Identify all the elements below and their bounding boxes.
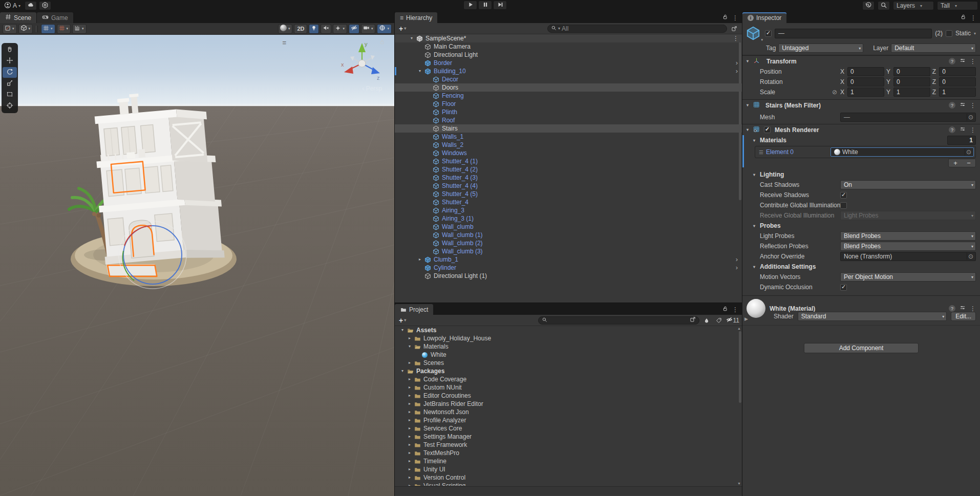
undo-history-button[interactable] bbox=[862, 1, 875, 10]
help-icon[interactable]: ? bbox=[949, 126, 955, 133]
render-sphere-button[interactable]: ▾ bbox=[278, 24, 293, 34]
scale-tool-button[interactable] bbox=[3, 78, 17, 89]
expander-arrow[interactable]: ▸ bbox=[406, 433, 413, 441]
search-by-type-icon[interactable] bbox=[701, 316, 712, 325]
kebab-menu-icon[interactable]: ⋮ bbox=[970, 14, 976, 21]
foldout-arrow-icon[interactable]: ▾ bbox=[744, 127, 751, 132]
project-item-materials[interactable]: ▾Materials bbox=[395, 342, 742, 351]
position-y-field[interactable]: 0 bbox=[893, 67, 930, 76]
project-item-assets[interactable]: ▾Assets bbox=[395, 326, 742, 334]
light-probes-dropdown[interactable]: Blend Probes▾ bbox=[840, 231, 976, 241]
transform-tool-button[interactable] bbox=[3, 101, 17, 112]
mesh-object-field[interactable]: —⊙ bbox=[840, 113, 976, 122]
hierarchy-item-airing-3[interactable]: Airing_3 bbox=[395, 206, 742, 214]
foldout-arrow-icon[interactable]: ▶ bbox=[744, 316, 748, 321]
kebab-menu-icon[interactable]: ⋮ bbox=[970, 305, 976, 312]
active-checkbox[interactable] bbox=[765, 30, 772, 37]
hierarchy-item-floor[interactable]: Floor bbox=[395, 100, 742, 108]
kebab-menu-icon[interactable]: ⋮ bbox=[970, 102, 976, 109]
lock-icon[interactable] bbox=[722, 14, 728, 21]
position-x-field[interactable]: 0 bbox=[847, 67, 884, 76]
tab-project[interactable]: Project bbox=[395, 304, 433, 315]
mesh-renderer-enabled-checkbox[interactable] bbox=[764, 126, 771, 133]
expander-arrow[interactable]: ▸ bbox=[406, 334, 413, 342]
hierarchy-create-button[interactable]: +▾ bbox=[397, 25, 408, 33]
pen-tool-button[interactable]: ▾ bbox=[3, 24, 17, 34]
project-item-unity-ui[interactable]: ▸Unity UI bbox=[395, 465, 742, 473]
rect-tool-button[interactable] bbox=[3, 90, 17, 100]
remove-material-button[interactable]: − bbox=[962, 159, 975, 167]
position-z-field[interactable]: 0 bbox=[939, 67, 976, 76]
rotation-y-field[interactable]: 0 bbox=[893, 77, 930, 87]
bulb-button[interactable] bbox=[309, 24, 319, 34]
add-component-button[interactable]: Add Component bbox=[804, 343, 919, 353]
step-button[interactable] bbox=[493, 1, 507, 10]
hierarchy-item-shutter-4-3[interactable]: Shutter_4 (3) bbox=[395, 174, 742, 182]
project-item-visual-scripting[interactable]: ▸Visual Scripting bbox=[395, 482, 742, 486]
kebab-menu-icon[interactable]: ⋮ bbox=[970, 126, 976, 134]
hierarchy-item-shutter-4-4[interactable]: Shutter_4 (4) bbox=[395, 182, 742, 190]
effects-star-button[interactable]: ▾ bbox=[333, 24, 347, 34]
probes-foldout[interactable]: ▾Probes bbox=[742, 221, 980, 231]
expander-arrow[interactable]: ▸ bbox=[406, 473, 413, 482]
expander-arrow[interactable]: ▸ bbox=[406, 457, 413, 465]
search-by-label-icon[interactable] bbox=[714, 316, 724, 325]
expander-arrow[interactable]: ▾ bbox=[416, 67, 423, 75]
motion-vect ors-dropdown[interactable]: Per Object Motion▾ bbox=[840, 272, 976, 282]
tab-hierarchy[interactable]: ≡ Hierarchy bbox=[395, 12, 437, 23]
project-item-version-control[interactable]: ▸Version Control bbox=[395, 473, 742, 482]
expander-arrow[interactable]: ▸ bbox=[406, 375, 413, 383]
hierarchy-item-samplescene[interactable]: ▾SampleScene*⋮ bbox=[395, 34, 742, 42]
audio-mute-button[interactable] bbox=[321, 24, 331, 34]
project-item-packages[interactable]: ▾Packages bbox=[395, 367, 742, 375]
object-picker-icon[interactable]: ⊙ bbox=[965, 148, 972, 156]
mesh-filter-component-header[interactable]: ▾ Stairs (Mesh Filter) ?⋮ bbox=[742, 99, 980, 111]
popout-icon[interactable] bbox=[729, 24, 739, 33]
project-item-custom-nunit[interactable]: ▸Custom NUnit bbox=[395, 383, 742, 392]
hierarchy-item-plinth[interactable]: Plinth bbox=[395, 108, 742, 116]
receive-shadows-checkbox[interactable] bbox=[840, 192, 847, 199]
hierarchy-item-walls-1[interactable]: Walls_1 bbox=[395, 133, 742, 141]
gizmo-button[interactable]: ▾ bbox=[377, 24, 392, 34]
static-checkbox[interactable] bbox=[946, 30, 952, 37]
hierarchy-item-main-camera[interactable]: Main Camera bbox=[395, 42, 742, 51]
expander-arrow[interactable]: ▸ bbox=[416, 255, 423, 264]
kebab-menu-icon[interactable]: ⋮ bbox=[732, 306, 738, 313]
hierarchy-item-directional-light[interactable]: Directional Light bbox=[395, 51, 742, 59]
hierarchy-item-wall-clumb[interactable]: Wall_clumb bbox=[395, 223, 742, 231]
expander-arrow[interactable]: ▾ bbox=[399, 326, 406, 334]
hierarchy-item-wall-clumb-3[interactable]: Wall_clumb (3) bbox=[395, 247, 742, 255]
reflection-probes-dropdown[interactable]: Blend Probes▾ bbox=[840, 242, 976, 251]
hidden-packages-toggle[interactable]: 11 bbox=[726, 316, 739, 325]
lock-icon[interactable] bbox=[722, 306, 728, 313]
2d-button[interactable]: 2D bbox=[294, 24, 307, 34]
project-item-profile-analyzer[interactable]: ▸Profile Analyzer bbox=[395, 416, 742, 424]
project-search-input[interactable] bbox=[538, 316, 699, 325]
project-item-editor-coroutines[interactable]: ▸Editor Coroutines bbox=[395, 392, 742, 400]
object-picker-icon[interactable]: ⊙ bbox=[967, 253, 974, 260]
tab-scene[interactable]: Scene bbox=[0, 12, 36, 23]
expander-arrow[interactable]: ▾ bbox=[399, 367, 406, 375]
overlay-handle-icon[interactable]: = bbox=[282, 39, 287, 47]
dynamic-occlusion-checkbox[interactable] bbox=[840, 284, 847, 291]
layer-dropdown[interactable]: Default▾ bbox=[891, 44, 976, 53]
material-object-field[interactable]: White ⊙ bbox=[830, 147, 974, 157]
hierarchy-item-shutter-4-1[interactable]: Shutter_4 (1) bbox=[395, 157, 742, 165]
rotate-tool-button[interactable] bbox=[3, 67, 17, 78]
perspective-label[interactable]: ‹ Persp bbox=[362, 85, 382, 92]
presets-icon[interactable] bbox=[960, 57, 966, 65]
materials-count-field[interactable]: 1 bbox=[947, 136, 976, 145]
hierarchy-item-stairs[interactable]: Stairs bbox=[395, 124, 742, 133]
layers-dropdown[interactable]: Layers▾ bbox=[893, 1, 934, 10]
project-item-scenes[interactable]: ▸Scenes bbox=[395, 359, 742, 367]
hierarchy-item-shutter-4-2[interactable]: Shutter_4 (2) bbox=[395, 165, 742, 174]
expander-arrow[interactable]: ▾ bbox=[408, 34, 415, 42]
project-item-settings-manager[interactable]: ▸Settings Manager bbox=[395, 433, 742, 441]
project-item-white[interactable]: White bbox=[395, 351, 742, 359]
edit-shader-button[interactable]: Edit... bbox=[951, 312, 976, 321]
expander-arrow[interactable]: ▸ bbox=[406, 392, 413, 400]
move-tool-button[interactable] bbox=[3, 56, 17, 67]
project-item-lowpoly-holiday-house[interactable]: ▸Lowpoly_Holiday_House bbox=[395, 334, 742, 342]
popout-icon[interactable] bbox=[690, 316, 696, 324]
hierarchy-item-walls-2[interactable]: Walls_2 bbox=[395, 141, 742, 149]
